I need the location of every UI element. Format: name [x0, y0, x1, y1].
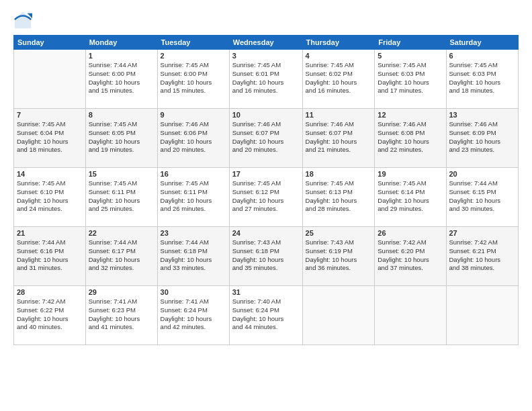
day-number: 29 [89, 288, 154, 296]
day-info: Sunrise: 7:46 AM Sunset: 6:09 PM Dayligh… [449, 120, 516, 154]
day-number: 8 [89, 111, 154, 119]
day-info: Sunrise: 7:46 AM Sunset: 6:07 PM Dayligh… [232, 120, 300, 154]
calendar-cell [302, 286, 375, 345]
day-info: Sunrise: 7:43 AM Sunset: 6:18 PM Dayligh… [232, 238, 300, 273]
day-info: Sunrise: 7:44 AM Sunset: 6:15 PM Dayligh… [449, 179, 516, 214]
day-info: Sunrise: 7:45 AM Sunset: 6:02 PM Dayligh… [306, 61, 372, 95]
calendar-cell: 23Sunrise: 7:44 AM Sunset: 6:18 PM Dayli… [157, 227, 229, 286]
day-info: Sunrise: 7:42 AM Sunset: 6:22 PM Dayligh… [17, 298, 83, 332]
day-number: 26 [378, 229, 443, 237]
day-info: Sunrise: 7:45 AM Sunset: 6:01 PM Dayligh… [232, 61, 300, 95]
day-info: Sunrise: 7:41 AM Sunset: 6:23 PM Dayligh… [89, 298, 154, 332]
week-row-1: 7Sunrise: 7:45 AM Sunset: 6:04 PM Daylig… [14, 109, 519, 168]
calendar-cell: 5Sunrise: 7:45 AM Sunset: 6:03 PM Daylig… [375, 50, 446, 109]
calendar-cell: 19Sunrise: 7:45 AM Sunset: 6:14 PM Dayli… [375, 168, 446, 227]
calendar-cell: 1Sunrise: 7:44 AM Sunset: 6:00 PM Daylig… [85, 50, 157, 109]
header-day-monday: Monday [85, 36, 157, 50]
day-info: Sunrise: 7:45 AM Sunset: 6:05 PM Dayligh… [89, 120, 154, 154]
calendar-cell: 20Sunrise: 7:44 AM Sunset: 6:15 PM Dayli… [446, 168, 519, 227]
day-info: Sunrise: 7:45 AM Sunset: 6:00 PM Dayligh… [161, 61, 226, 95]
day-info: Sunrise: 7:45 AM Sunset: 6:14 PM Dayligh… [378, 179, 443, 214]
day-info: Sunrise: 7:45 AM Sunset: 6:04 PM Dayligh… [17, 120, 83, 154]
calendar-cell: 2Sunrise: 7:45 AM Sunset: 6:00 PM Daylig… [157, 50, 229, 109]
day-info: Sunrise: 7:44 AM Sunset: 6:18 PM Dayligh… [161, 238, 226, 273]
day-number: 27 [449, 229, 516, 237]
day-number: 12 [378, 111, 443, 119]
day-number: 15 [89, 170, 154, 178]
day-info: Sunrise: 7:45 AM Sunset: 6:11 PM Dayligh… [89, 179, 154, 214]
week-row-0: 1Sunrise: 7:44 AM Sunset: 6:00 PM Daylig… [14, 50, 519, 109]
header-day-saturday: Saturday [446, 36, 519, 50]
day-number: 25 [306, 229, 372, 237]
calendar-cell: 11Sunrise: 7:46 AM Sunset: 6:07 PM Dayli… [302, 109, 375, 168]
header-day-friday: Friday [375, 36, 446, 50]
calendar-cell: 18Sunrise: 7:45 AM Sunset: 6:13 PM Dayli… [302, 168, 375, 227]
calendar-cell [14, 50, 86, 109]
day-info: Sunrise: 7:45 AM Sunset: 6:10 PM Dayligh… [17, 179, 83, 214]
calendar-cell: 16Sunrise: 7:45 AM Sunset: 6:11 PM Dayli… [157, 168, 229, 227]
day-number: 4 [306, 52, 372, 60]
calendar-cell: 25Sunrise: 7:43 AM Sunset: 6:19 PM Dayli… [302, 227, 375, 286]
day-info: Sunrise: 7:45 AM Sunset: 6:03 PM Dayligh… [449, 61, 516, 95]
day-info: Sunrise: 7:45 AM Sunset: 6:11 PM Dayligh… [161, 179, 226, 214]
day-number: 6 [449, 52, 516, 60]
calendar-cell: 24Sunrise: 7:43 AM Sunset: 6:18 PM Dayli… [229, 227, 302, 286]
day-number: 2 [161, 52, 226, 60]
header-day-thursday: Thursday [302, 36, 375, 50]
header-day-sunday: Sunday [14, 36, 86, 50]
calendar-cell: 17Sunrise: 7:45 AM Sunset: 6:12 PM Dayli… [229, 168, 302, 227]
day-number: 21 [17, 229, 83, 237]
calendar-cell: 13Sunrise: 7:46 AM Sunset: 6:09 PM Dayli… [446, 109, 519, 168]
day-number: 19 [378, 170, 443, 178]
calendar-cell: 27Sunrise: 7:42 AM Sunset: 6:21 PM Dayli… [446, 227, 519, 286]
calendar-cell: 15Sunrise: 7:45 AM Sunset: 6:11 PM Dayli… [85, 168, 157, 227]
day-number: 22 [89, 229, 154, 237]
day-info: Sunrise: 7:44 AM Sunset: 6:00 PM Dayligh… [89, 61, 154, 95]
logo-icon [13, 11, 32, 30]
calendar-cell: 9Sunrise: 7:46 AM Sunset: 6:06 PM Daylig… [157, 109, 229, 168]
day-number: 23 [161, 229, 226, 237]
week-row-3: 21Sunrise: 7:44 AM Sunset: 6:16 PM Dayli… [14, 227, 519, 286]
day-number: 7 [17, 111, 83, 119]
logo [13, 11, 34, 30]
day-info: Sunrise: 7:45 AM Sunset: 6:13 PM Dayligh… [306, 179, 372, 214]
page: SundayMondayTuesdayWednesdayThursdayFrid… [0, 0, 532, 411]
calendar-cell: 6Sunrise: 7:45 AM Sunset: 6:03 PM Daylig… [446, 50, 519, 109]
day-info: Sunrise: 7:43 AM Sunset: 6:19 PM Dayligh… [306, 238, 372, 273]
day-number: 20 [449, 170, 516, 178]
day-info: Sunrise: 7:45 AM Sunset: 6:12 PM Dayligh… [232, 179, 300, 214]
header-day-tuesday: Tuesday [157, 36, 229, 50]
day-info: Sunrise: 7:44 AM Sunset: 6:17 PM Dayligh… [89, 238, 154, 273]
day-number: 9 [161, 111, 226, 119]
calendar-body: 1Sunrise: 7:44 AM Sunset: 6:00 PM Daylig… [14, 50, 519, 345]
day-number: 28 [17, 288, 83, 296]
calendar-cell: 26Sunrise: 7:42 AM Sunset: 6:20 PM Dayli… [375, 227, 446, 286]
day-info: Sunrise: 7:42 AM Sunset: 6:20 PM Dayligh… [378, 238, 443, 273]
day-info: Sunrise: 7:46 AM Sunset: 6:07 PM Dayligh… [306, 120, 372, 154]
header [13, 11, 519, 30]
day-info: Sunrise: 7:46 AM Sunset: 6:06 PM Dayligh… [161, 120, 226, 154]
calendar-header-row: SundayMondayTuesdayWednesdayThursdayFrid… [14, 36, 519, 50]
calendar-cell: 14Sunrise: 7:45 AM Sunset: 6:10 PM Dayli… [14, 168, 86, 227]
calendar-cell: 3Sunrise: 7:45 AM Sunset: 6:01 PM Daylig… [229, 50, 302, 109]
day-number: 31 [232, 288, 300, 296]
calendar-cell: 30Sunrise: 7:41 AM Sunset: 6:24 PM Dayli… [157, 286, 229, 345]
calendar-table: SundayMondayTuesdayWednesdayThursdayFrid… [13, 35, 519, 345]
day-info: Sunrise: 7:40 AM Sunset: 6:24 PM Dayligh… [232, 298, 300, 332]
calendar-cell: 21Sunrise: 7:44 AM Sunset: 6:16 PM Dayli… [14, 227, 86, 286]
calendar-cell: 8Sunrise: 7:45 AM Sunset: 6:05 PM Daylig… [85, 109, 157, 168]
day-info: Sunrise: 7:45 AM Sunset: 6:03 PM Dayligh… [378, 61, 443, 95]
day-number: 1 [89, 52, 154, 60]
day-number: 11 [306, 111, 372, 119]
week-row-4: 28Sunrise: 7:42 AM Sunset: 6:22 PM Dayli… [14, 286, 519, 345]
day-info: Sunrise: 7:44 AM Sunset: 6:16 PM Dayligh… [17, 238, 83, 273]
day-info: Sunrise: 7:46 AM Sunset: 6:08 PM Dayligh… [378, 120, 443, 154]
day-number: 30 [161, 288, 226, 296]
calendar-cell: 12Sunrise: 7:46 AM Sunset: 6:08 PM Dayli… [375, 109, 446, 168]
calendar-cell: 29Sunrise: 7:41 AM Sunset: 6:23 PM Dayli… [85, 286, 157, 345]
day-info: Sunrise: 7:42 AM Sunset: 6:21 PM Dayligh… [449, 238, 516, 273]
week-row-2: 14Sunrise: 7:45 AM Sunset: 6:10 PM Dayli… [14, 168, 519, 227]
day-number: 5 [378, 52, 443, 60]
calendar-cell: 4Sunrise: 7:45 AM Sunset: 6:02 PM Daylig… [302, 50, 375, 109]
header-day-wednesday: Wednesday [229, 36, 302, 50]
